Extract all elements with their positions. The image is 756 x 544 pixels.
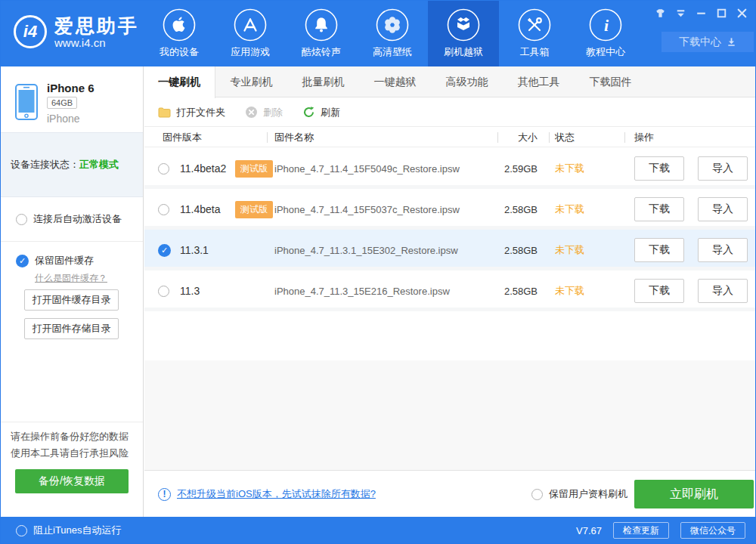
column-divider <box>549 132 550 143</box>
window-controls <box>653 6 748 20</box>
connection-status: 设备连接状态： 正常模式 <box>0 132 143 197</box>
open-folder-label: 打开文件夹 <box>176 106 225 119</box>
import-button[interactable]: 导入 <box>698 156 748 181</box>
device-model: iPhone <box>47 113 80 125</box>
import-button[interactable]: 导入 <box>698 238 748 262</box>
apple-icon <box>163 8 196 42</box>
delete-icon <box>245 106 258 119</box>
firmware-radio[interactable] <box>158 204 169 215</box>
download-center-button[interactable]: 下载中心 <box>662 32 754 52</box>
delete-button[interactable]: 删除 <box>245 106 283 119</box>
keep-user-data-radio[interactable] <box>531 489 543 500</box>
column-divider <box>267 132 268 143</box>
beta-badge: 测试版 <box>235 201 273 218</box>
nav-item-toolbox[interactable]: 工具箱 <box>499 0 570 66</box>
nav-item-ringtones[interactable]: 酷炫铃声 <box>286 0 357 66</box>
folder-icon <box>158 107 171 118</box>
download-button[interactable]: 下载 <box>634 238 684 262</box>
firmware-version: 11.4beta <box>180 189 220 230</box>
keep-cache-checkbox[interactable]: ✓ <box>16 255 29 267</box>
firmware-filename: iPhone_4.7_11.4_15F5049c_Restore.ipsw <box>274 148 460 189</box>
nav-item-apps-games[interactable]: 应用游戏 <box>215 0 286 66</box>
nav-item-tutorials[interactable]: i 教程中心 <box>570 0 641 66</box>
download-button[interactable]: 下载 <box>634 197 684 221</box>
refresh-button[interactable]: 刷新 <box>302 106 340 119</box>
app-title: 爱思助手 <box>54 15 139 36</box>
connection-status-label: 设备连接状态： <box>11 158 79 172</box>
col-header-version: 固件版本 <box>163 128 202 147</box>
nav-label: 酷炫铃声 <box>302 45 341 59</box>
cache-help-link[interactable]: 什么是固件缓存？ <box>35 272 107 285</box>
firmware-version: 11.4beta2 <box>180 148 226 189</box>
warning-text-line1: 请在操作前备份好您的数据 <box>11 430 129 444</box>
column-divider <box>624 132 625 143</box>
col-header-size: 大小 <box>477 128 538 147</box>
main-nav: 我的设备 应用游戏 酷炫铃声 高清壁纸 刷机越狱 <box>144 0 641 66</box>
info-icon: i <box>589 8 622 42</box>
beta-badge: 测试版 <box>235 160 273 178</box>
firmware-row-selected[interactable]: ✓ 11.3.1 iPhone_4.7_11.3.1_15E302_Restor… <box>144 230 756 270</box>
status-bar: 阻止iTunes自动运行 V7.67 检查更新 微信公众号 <box>0 517 756 544</box>
close-icon[interactable] <box>735 6 748 20</box>
import-button[interactable]: 导入 <box>698 279 748 303</box>
appstore-icon <box>234 8 267 42</box>
import-button[interactable]: 导入 <box>698 197 748 221</box>
firmware-filename: iPhone_4.7_11.3.1_15E302_Restore.ipsw <box>274 230 458 270</box>
app-url: www.i4.cn <box>54 36 139 50</box>
backup-restore-button[interactable]: 备份/恢复数据 <box>15 469 129 493</box>
check-update-button[interactable]: 检查更新 <box>613 522 669 539</box>
firmware-radio[interactable] <box>158 286 169 297</box>
nav-label: 工具箱 <box>520 45 550 59</box>
flash-tabbar: 一键刷机 专业刷机 批量刷机 一键越狱 高级功能 其他工具 下载固件 <box>144 66 756 97</box>
tab-other-tools[interactable]: 其他工具 <box>503 66 575 97</box>
maximize-icon[interactable] <box>714 6 728 20</box>
auto-activate-label: 连接后自动激活设备 <box>33 212 122 226</box>
auto-activate-radio[interactable] <box>16 214 27 225</box>
refresh-label: 刷新 <box>321 106 340 119</box>
open-storage-dir-button[interactable]: 打开固件存储目录 <box>24 318 119 339</box>
nav-item-wallpapers[interactable]: 高清壁纸 <box>357 0 428 66</box>
nav-item-my-device[interactable]: 我的设备 <box>144 0 215 66</box>
firmware-radio-checked[interactable]: ✓ <box>158 244 171 257</box>
tab-one-key-flash[interactable]: 一键刷机 <box>144 66 215 98</box>
tab-batch-flash[interactable]: 批量刷机 <box>287 66 359 97</box>
wechat-official-button[interactable]: 微信公众号 <box>680 522 745 539</box>
flower-icon <box>376 8 409 42</box>
package-icon <box>447 8 480 42</box>
block-itunes-label: 阻止iTunes自动运行 <box>33 524 122 537</box>
erase-data-link[interactable]: 不想升级当前iOS版本，先试试抹除所有数据? <box>177 487 376 501</box>
sidebar: iPhone 6 64GB iPhone 设备连接状态： 正常模式 连接后自动激… <box>0 66 144 517</box>
firmware-row[interactable]: 11.4beta2 测试版 iPhone_4.7_11.4_15F5049c_R… <box>144 148 756 189</box>
nav-label: 应用游戏 <box>231 45 270 59</box>
nav-item-flash-jailbreak[interactable]: 刷机越狱 <box>428 0 499 66</box>
firmware-radio[interactable] <box>158 163 169 175</box>
tray-icon[interactable] <box>674 6 687 20</box>
open-cache-dir-button[interactable]: 打开固件缓存目录 <box>24 289 119 311</box>
firmware-size: 2.58GB <box>477 189 538 230</box>
firmware-panel: 打开文件夹 删除 刷新 固件版本 固件名称 大小 状态 操作 11.4beta2… <box>144 98 756 517</box>
firmware-row[interactable]: 11.4beta 测试版 iPhone_4.7_11.4_15F5037c_Re… <box>144 189 756 230</box>
firmware-size: 2.58GB <box>477 230 538 270</box>
skin-icon[interactable] <box>653 6 667 20</box>
open-folder-button[interactable]: 打开文件夹 <box>158 106 225 119</box>
firmware-version: 11.3 <box>180 270 200 311</box>
app-version: V7.67 <box>576 525 602 536</box>
flash-now-button[interactable]: 立即刷机 <box>634 480 754 508</box>
tab-advanced[interactable]: 高级功能 <box>431 66 503 97</box>
nav-label: 刷机越狱 <box>444 45 483 59</box>
backup-warning-section: 请在操作前备份好您的数据 使用本工具请自行承担风险 备份/恢复数据 <box>0 422 143 518</box>
block-itunes-radio[interactable] <box>16 525 27 536</box>
download-button[interactable]: 下载 <box>634 279 684 303</box>
firmware-version: 11.3.1 <box>180 230 209 270</box>
download-button[interactable]: 下载 <box>634 156 684 181</box>
firmware-row[interactable]: 11.3 iPhone_4.7_11.3_15E216_Restore.ipsw… <box>144 270 756 311</box>
firmware-status: 未下载 <box>555 230 584 270</box>
firmware-table-header: 固件版本 固件名称 大小 状态 操作 <box>144 128 756 147</box>
tab-pro-flash[interactable]: 专业刷机 <box>215 66 287 97</box>
firmware-status: 未下载 <box>555 189 584 230</box>
tab-download-firmware[interactable]: 下载固件 <box>575 66 646 97</box>
tab-one-key-jailbreak[interactable]: 一键越狱 <box>359 66 431 97</box>
col-header-name: 固件名称 <box>274 128 314 147</box>
bell-icon <box>305 8 338 42</box>
minimize-icon[interactable] <box>694 6 708 20</box>
